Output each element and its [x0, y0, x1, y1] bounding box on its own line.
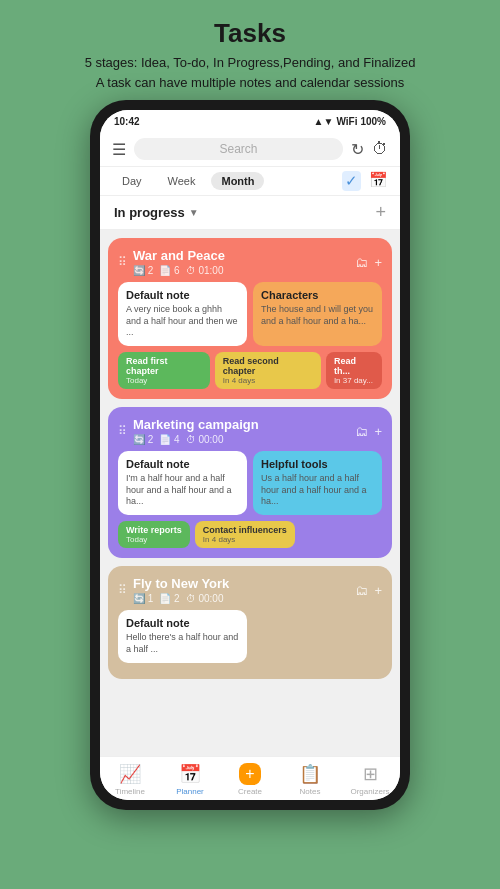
task-title-fly: Fly to New York	[133, 576, 229, 591]
bottom-nav: 📈 Timeline 📅 Planner + Create 📋 Notes ⊞ …	[100, 756, 400, 800]
time-marketing: ⏱ 00:00	[186, 434, 224, 445]
session-contact-influencers[interactable]: Contact influencers In 4 days	[195, 521, 295, 548]
sessions-count-marketing: 📄 4	[159, 434, 179, 445]
nav-timeline[interactable]: 📈 Timeline	[100, 763, 160, 796]
tab-day[interactable]: Day	[112, 172, 152, 190]
sessions-count-fly: 📄 2	[159, 593, 179, 604]
page-title: Tasks	[85, 18, 416, 49]
search-placeholder: Search	[219, 142, 257, 156]
session-write-reports[interactable]: Write reports Today	[118, 521, 190, 548]
task-meta: 🔄 2 📄 6 ⏱ 01:00	[133, 265, 225, 276]
nav-label-create: Create	[238, 787, 262, 796]
tab-bar: Day Week Month ✓ 📅	[100, 167, 400, 196]
tab-week[interactable]: Week	[158, 172, 206, 190]
sessions-row-war-peace: Read first chapter Today Read second cha…	[118, 352, 382, 389]
note-card-default-3[interactable]: Default note Hello there's a half hour a…	[118, 610, 247, 662]
task-add-icon[interactable]: +	[374, 255, 382, 270]
briefcase-icon[interactable]: 🗂	[355, 255, 368, 270]
dropdown-arrow-icon[interactable]: ▼	[189, 207, 199, 218]
note-card-helpful-tools[interactable]: Helpful tools Us a half hour and a half …	[253, 451, 382, 515]
create-icon: +	[239, 763, 260, 785]
task-card-header: ⠿ War and Peace 🔄 2 📄 6 ⏱ 01:00 🗂	[118, 248, 382, 276]
task-card-header-fly: ⠿ Fly to New York 🔄 1 📄 2 ⏱ 00:00 🗂	[118, 576, 382, 604]
time-display: ⏱ 01:00	[186, 265, 224, 276]
nav-notes[interactable]: 📋 Notes	[280, 763, 340, 796]
refresh-icon[interactable]: ↻	[351, 140, 364, 159]
nav-label-notes: Notes	[300, 787, 321, 796]
nav-label-organizers: Organizers	[350, 787, 389, 796]
tab-icons: ✓ 📅	[342, 171, 388, 191]
signal-icon: ▲▼	[314, 116, 334, 127]
nav-planner[interactable]: 📅 Planner	[160, 763, 220, 796]
organizers-icon: ⊞	[363, 763, 378, 785]
section-title: In progress ▼	[114, 205, 199, 220]
phone-frame: 10:42 ▲▼ WiFi 100% ☰ Search ↻ ⏱ Day Week…	[90, 100, 410, 810]
page-subtitle: 5 stages: Idea, To-do, In Progress,Pendi…	[85, 53, 416, 92]
drag-icon: ⠿	[118, 255, 127, 269]
notes-count: 🔄 2	[133, 265, 153, 276]
status-bar: 10:42 ▲▼ WiFi 100%	[100, 110, 400, 132]
briefcase-icon-fly[interactable]: 🗂	[355, 583, 368, 598]
notes-grid-war-peace: Default note A very nice book a ghhh and…	[118, 282, 382, 346]
session-read-first[interactable]: Read first chapter Today	[118, 352, 210, 389]
notes-grid-fly: Default note Hello there's a half hour a…	[118, 610, 382, 662]
drag-icon-fly: ⠿	[118, 583, 127, 597]
task-card-marketing: ⠿ Marketing campaign 🔄 2 📄 4 ⏱ 00:00 🗂	[108, 407, 392, 558]
task-card-header-marketing: ⠿ Marketing campaign 🔄 2 📄 4 ⏱ 00:00 🗂	[118, 417, 382, 445]
note-card-characters[interactable]: Characters The house and I will get you …	[253, 282, 382, 346]
nav-organizers[interactable]: ⊞ Organizers	[340, 763, 400, 796]
timer-icon[interactable]: ⏱	[372, 140, 388, 158]
notes-grid-marketing: Default note I'm a half hour and a half …	[118, 451, 382, 515]
notes-count-fly: 🔄 1	[133, 593, 153, 604]
note-card-default-1[interactable]: Default note A very nice book a ghhh and…	[118, 282, 247, 346]
session-read-second[interactable]: Read second chapter In 4 days	[215, 352, 321, 389]
scroll-content: ⠿ War and Peace 🔄 2 📄 6 ⏱ 01:00 🗂	[100, 230, 400, 756]
notes-icon: 📋	[299, 763, 321, 785]
task-add-icon-marketing[interactable]: +	[374, 424, 382, 439]
status-time: 10:42	[114, 116, 140, 127]
task-card-fly-new-york: ⠿ Fly to New York 🔄 1 📄 2 ⏱ 00:00 🗂	[108, 566, 392, 678]
status-right: ▲▼ WiFi 100%	[314, 116, 386, 127]
planner-icon: 📅	[179, 763, 201, 785]
task-title-war-peace: War and Peace	[133, 248, 225, 263]
tab-month[interactable]: Month	[211, 172, 264, 190]
hamburger-icon[interactable]: ☰	[112, 140, 126, 159]
battery-icon: 100%	[360, 116, 386, 127]
calendar-icon[interactable]: 📅	[369, 171, 388, 191]
drag-icon-marketing: ⠿	[118, 424, 127, 438]
task-meta-marketing: 🔄 2 📄 4 ⏱ 00:00	[133, 434, 259, 445]
note-card-default-2[interactable]: Default note I'm a half hour and a half …	[118, 451, 247, 515]
wifi-icon: WiFi	[336, 116, 357, 127]
sessions-row-marketing: Write reports Today Contact influencers …	[118, 521, 382, 548]
timeline-icon: 📈	[119, 763, 141, 785]
session-read-third[interactable]: Read th... In 37 day...	[326, 352, 382, 389]
nav-create[interactable]: + Create	[220, 763, 280, 796]
search-box[interactable]: Search	[134, 138, 343, 160]
section-add-button[interactable]: +	[375, 202, 386, 223]
page-header: Tasks 5 stages: Idea, To-do, In Progress…	[65, 0, 436, 100]
nav-label-timeline: Timeline	[115, 787, 145, 796]
task-meta-fly: 🔄 1 📄 2 ⏱ 00:00	[133, 593, 229, 604]
section-header: In progress ▼ +	[100, 196, 400, 230]
nav-label-planner: Planner	[176, 787, 204, 796]
task-title-marketing: Marketing campaign	[133, 417, 259, 432]
phone-screen: 10:42 ▲▼ WiFi 100% ☰ Search ↻ ⏱ Day Week…	[100, 110, 400, 800]
sessions-count: 📄 6	[159, 265, 179, 276]
task-add-icon-fly[interactable]: +	[374, 583, 382, 598]
time-fly: ⏱ 00:00	[186, 593, 224, 604]
briefcase-icon-marketing[interactable]: 🗂	[355, 424, 368, 439]
notes-count-marketing: 🔄 2	[133, 434, 153, 445]
top-bar: ☰ Search ↻ ⏱	[100, 132, 400, 167]
check-calendar-icon[interactable]: ✓	[342, 171, 361, 191]
task-card-war-and-peace: ⠿ War and Peace 🔄 2 📄 6 ⏱ 01:00 🗂	[108, 238, 392, 399]
